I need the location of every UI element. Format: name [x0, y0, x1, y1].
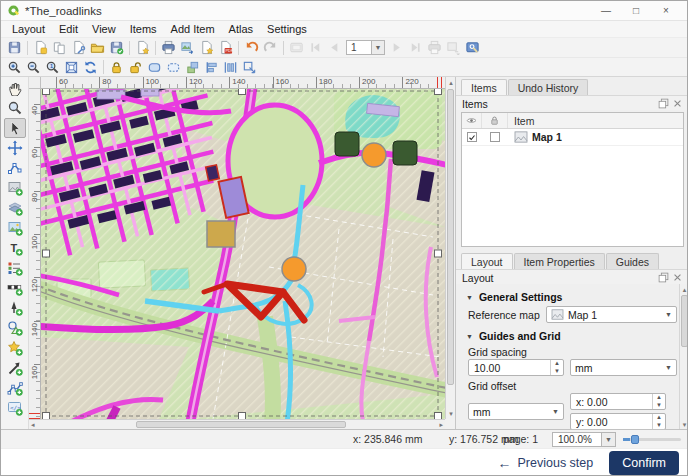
atlas-export-icon[interactable] — [444, 39, 463, 56]
tab-undo-history[interactable]: Undo History — [508, 79, 589, 95]
dock-close-icon[interactable] — [672, 98, 683, 109]
marker-green-square-1[interactable] — [335, 132, 359, 156]
scroll-up-icon[interactable]: ▴ — [680, 285, 688, 294]
zoom-out-icon[interactable] — [24, 59, 43, 76]
add-marker-icon[interactable] — [4, 338, 26, 358]
panel-scrollbar-thumb[interactable] — [681, 295, 688, 347]
spin-down-icon[interactable]: ▼ — [551, 368, 563, 376]
tab-item-properties[interactable]: Item Properties — [514, 253, 605, 269]
grid-spacing-unit-select[interactable]: mm ▼ — [570, 359, 677, 376]
new-layout-icon[interactable] — [31, 39, 50, 56]
vertical-scrollbar[interactable]: ▴ ▾ — [445, 77, 455, 419]
section-guides-and-grid[interactable]: ▼ Guides and Grid — [466, 330, 679, 342]
maximize-button[interactable]: □ — [621, 1, 651, 20]
menu-settings[interactable]: Settings — [260, 22, 314, 36]
zoom-slider-knob[interactable] — [631, 435, 639, 444]
grid-spacing-input[interactable]: 10.00 ▲▼ — [468, 359, 564, 376]
chevron-down-icon[interactable]: ▼ — [372, 40, 385, 55]
horizontal-scrollbar-thumb[interactable] — [136, 421, 346, 428]
dock-float-icon[interactable] — [658, 272, 669, 283]
unlock-items-icon[interactable] — [126, 59, 145, 76]
export-pdf-icon[interactable]: PDF — [216, 39, 235, 56]
invert-selection-icon[interactable] — [164, 59, 183, 76]
add-label-icon[interactable]: T — [4, 238, 26, 258]
vertical-scrollbar-thumb[interactable] — [447, 89, 454, 385]
atlas-preview-icon[interactable] — [287, 39, 306, 56]
map-item[interactable] — [41, 89, 445, 419]
menu-atlas[interactable]: Atlas — [222, 22, 260, 36]
marker-tan-square[interactable] — [207, 221, 235, 247]
layout-canvas[interactable] — [41, 89, 445, 419]
select-all-icon[interactable] — [145, 59, 164, 76]
zoom-actual-icon[interactable]: 1 — [43, 59, 62, 76]
horizontal-scrollbar[interactable]: ◂ ▸ — [29, 419, 445, 429]
add-pages-icon[interactable] — [133, 39, 152, 56]
refresh-icon[interactable] — [81, 59, 100, 76]
add-picture-icon[interactable] — [4, 218, 26, 238]
dock-float-icon[interactable] — [658, 98, 669, 109]
visibility-checkbox[interactable] — [467, 132, 477, 142]
duplicate-layout-icon[interactable] — [50, 39, 69, 56]
spin-up-icon[interactable]: ▲ — [653, 394, 665, 402]
grid-offset-unit-select[interactable]: mm ▼ — [468, 403, 564, 420]
resize-items-icon[interactable] — [240, 59, 259, 76]
atlas-page-spinbox[interactable]: 1▼ — [346, 40, 385, 55]
atlas-last-icon[interactable] — [406, 39, 425, 56]
redo-icon[interactable] — [261, 39, 280, 56]
scroll-right-icon[interactable]: ▸ — [439, 420, 443, 429]
move-content-icon[interactable] — [4, 138, 26, 158]
export-svg-icon[interactable] — [197, 39, 216, 56]
atlas-settings-icon[interactable] — [463, 39, 482, 56]
reference-map-select[interactable]: Map 1 ▼ — [546, 306, 677, 323]
lock-checkbox[interactable] — [490, 132, 500, 142]
add-map-icon[interactable] — [4, 178, 26, 198]
menu-view[interactable]: View — [85, 22, 123, 36]
edit-nodes-icon[interactable] — [4, 158, 26, 178]
atlas-prev-icon[interactable] — [325, 39, 344, 56]
add-html-icon[interactable]: </> — [4, 398, 26, 418]
add-scalebar-icon[interactable] — [4, 278, 26, 298]
add-north-arrow-icon[interactable] — [4, 298, 26, 318]
menu-add-item[interactable]: Add Item — [164, 22, 222, 36]
export-image-icon[interactable] — [178, 39, 197, 56]
spin-up-icon[interactable]: ▲ — [653, 414, 665, 422]
atlas-next-icon[interactable] — [387, 39, 406, 56]
select-move-icon[interactable] — [4, 118, 26, 138]
previous-step-button[interactable]: ← Previous step — [498, 455, 594, 471]
align-items-icon[interactable] — [202, 59, 221, 76]
tab-guides[interactable]: Guides — [606, 253, 659, 269]
marker-orange-circle-2[interactable] — [282, 257, 306, 281]
dock-close-icon[interactable] — [672, 272, 683, 283]
menu-layout[interactable]: Layout — [5, 22, 52, 36]
save-icon[interactable] — [5, 39, 24, 56]
marker-green-square-2[interactable] — [393, 141, 417, 165]
distribute-items-icon[interactable] — [221, 59, 240, 76]
tab-layout[interactable]: Layout — [461, 253, 513, 269]
section-general-settings[interactable]: ▼ General Settings — [466, 291, 679, 303]
spin-up-icon[interactable]: ▲ — [551, 360, 563, 368]
confirm-button[interactable]: Confirm — [609, 451, 679, 475]
close-button[interactable]: × — [651, 1, 681, 20]
add-shape-icon[interactable] — [4, 318, 26, 338]
zoom-full-icon[interactable] — [62, 59, 81, 76]
grid-offset-x-input[interactable]: x: 0.00 ▲▼ — [570, 393, 666, 410]
atlas-page-value[interactable]: 1 — [346, 40, 372, 55]
add-3d-map-icon[interactable] — [4, 198, 26, 218]
undo-icon[interactable] — [242, 39, 261, 56]
atlas-print-icon[interactable] — [425, 39, 444, 56]
layout-manager-icon[interactable] — [69, 39, 88, 56]
zoom-level-select[interactable]: 100.0% ▼ — [552, 432, 616, 447]
spin-down-icon[interactable]: ▼ — [653, 422, 665, 430]
lock-items-icon[interactable] — [107, 59, 126, 76]
scroll-left-icon[interactable]: ◂ — [31, 420, 35, 429]
raise-items-icon[interactable] — [183, 59, 202, 76]
pan-icon[interactable] — [4, 78, 26, 98]
marker-orange-circle-1[interactable] — [362, 143, 386, 167]
add-legend-icon[interactable] — [4, 258, 26, 278]
atlas-first-icon[interactable] — [306, 39, 325, 56]
menu-items[interactable]: Items — [123, 22, 164, 36]
spin-down-icon[interactable]: ▼ — [653, 402, 665, 410]
print-icon[interactable] — [159, 39, 178, 56]
grid-offset-y-input[interactable]: y: 0.00 ▲▼ — [570, 413, 666, 430]
zoom-in-icon[interactable] — [5, 59, 24, 76]
